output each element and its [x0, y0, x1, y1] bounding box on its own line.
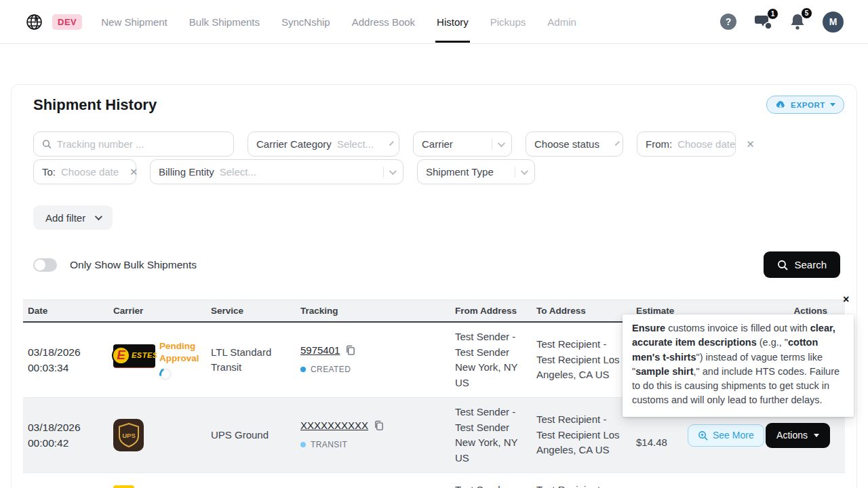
col-header-from-address: From Address — [450, 306, 532, 316]
nav-items: New Shipment Bulk Shipments SyncNship Ad… — [101, 16, 576, 28]
from-address: Test Sender - — [450, 483, 532, 488]
see-more-button[interactable]: See More — [688, 424, 764, 447]
nav-item-pickups[interactable]: Pickups — [490, 16, 526, 28]
tracking-number-input[interactable] — [33, 131, 234, 157]
carrier-logo — [113, 485, 134, 488]
copy-icon[interactable] — [374, 420, 384, 431]
nav-item-syncnship[interactable]: SyncNship — [281, 16, 330, 28]
nav-item-bulk-shipments[interactable]: Bulk Shipments — [189, 16, 260, 28]
billing-entity-select[interactable]: Billing Entity Select... — [150, 159, 403, 184]
shipment-service: LTL Standard Transit — [206, 345, 296, 375]
svg-text:?: ? — [726, 16, 732, 27]
tracking-number-link[interactable]: 5975401 — [300, 343, 340, 359]
carrier-cell: UPS — [108, 419, 206, 451]
help-icon[interactable]: ? — [719, 13, 737, 30]
bell-badge: 5 — [801, 7, 812, 19]
tracking-cell: 5975401 CREATED — [296, 343, 450, 378]
nav-right: ? 1 5 M — [719, 12, 844, 33]
globe-logo-icon[interactable] — [26, 14, 43, 30]
top-nav: DEV New Shipment Bulk Shipments SyncNshi… — [0, 0, 868, 44]
clear-from-date-icon[interactable]: ✕ — [746, 138, 755, 150]
filter-bar: Carrier Category Select... Carrier Choos… — [12, 114, 856, 184]
zoom-in-icon — [698, 430, 708, 441]
estes-carrier-logo: E ESTES — [113, 344, 155, 367]
dev-badge: DEV — [52, 14, 82, 30]
chat-icon[interactable]: 1 — [753, 13, 772, 30]
chevron-down-icon — [389, 141, 394, 146]
nav-item-history[interactable]: History — [437, 16, 469, 28]
col-header-date: Date — [23, 306, 108, 316]
nav-item-new-shipment[interactable]: New Shipment — [101, 16, 167, 28]
carrier-cell: E ESTES Pending Approval — [108, 340, 206, 380]
nav-item-address-book[interactable]: Address Book — [352, 16, 415, 28]
col-header-to-address: To Address — [532, 306, 631, 316]
col-header-tracking: Tracking — [296, 306, 450, 316]
loading-spinner-icon — [157, 366, 174, 382]
customs-advice-tooltip: Ensure customs invoice is filled out wit… — [623, 314, 854, 417]
svg-text:UPS: UPS — [122, 432, 136, 439]
clear-to-date-icon[interactable]: ✕ — [130, 166, 138, 178]
pending-approval-status: Pending Approval — [159, 340, 204, 365]
status-dot-created — [300, 367, 306, 372]
bell-icon[interactable]: 5 — [789, 12, 806, 31]
cloud-download-icon — [775, 100, 786, 109]
tracking-number-field[interactable] — [57, 138, 225, 150]
to-address: Test Recipient — [532, 483, 631, 488]
add-filter-button[interactable]: Add filter — [33, 205, 113, 230]
search-button[interactable]: Search — [764, 251, 840, 278]
chevron-down-icon — [615, 141, 620, 146]
status-dot-transit — [300, 442, 306, 447]
from-address: Test Sender - Test Sender New York, NY U… — [450, 329, 532, 390]
col-header-service: Service — [206, 306, 296, 316]
caret-down-icon — [814, 434, 819, 437]
table-row: Test Sender - Test Recipient — [23, 473, 845, 488]
to-date-picker[interactable]: To: Choose date ✕ — [33, 159, 136, 184]
tooltip-close-icon[interactable]: × — [843, 294, 849, 305]
carrier-category-select[interactable]: Carrier Category Select... — [248, 131, 399, 157]
page-title: Shipment History — [33, 96, 157, 114]
shipment-date: 03/18/2026 00:00:42 — [23, 420, 108, 451]
user-avatar[interactable]: M — [823, 12, 844, 33]
estimate-actions-cell: $14.48 See More Actions — [631, 420, 845, 451]
carrier-select[interactable]: Carrier — [413, 131, 512, 157]
chat-badge: 1 — [767, 8, 778, 20]
shipment-service: UPS Ground — [206, 428, 296, 443]
chevron-down-icon — [389, 167, 397, 174]
export-button[interactable]: EXPORT — [766, 96, 844, 114]
chevron-down-icon — [498, 139, 505, 146]
chevron-down-icon — [521, 167, 528, 174]
from-date-picker[interactable]: From: Choose date ✕ — [637, 131, 736, 157]
shipment-history-card: Shipment History EXPORT Carrier Category… — [11, 84, 857, 488]
actions-button[interactable]: Actions — [766, 423, 830, 448]
to-address: Test Recipient - Test Recipient Los Ange… — [532, 412, 631, 458]
chevron-down-icon — [95, 213, 102, 220]
caret-down-icon — [830, 103, 835, 106]
bulk-toggle-label: Only Show Bulk Shipments — [70, 259, 197, 271]
brand: DEV — [26, 14, 82, 30]
shipment-date: 03/18/2026 00:03:34 — [23, 344, 108, 375]
tracking-number-link[interactable]: XXXXXXXXXX — [300, 418, 368, 434]
copy-icon[interactable] — [345, 345, 355, 356]
carrier-cell — [108, 483, 206, 488]
tracking-status: TRANSIT — [300, 437, 441, 453]
status-select[interactable]: Choose status — [526, 131, 623, 157]
from-address: Test Sender - Test Sender New York, NY U… — [450, 405, 532, 466]
search-icon — [777, 260, 788, 270]
tracking-cell: XXXXXXXXXX TRANSIT — [296, 418, 450, 453]
bulk-shipments-toggle[interactable] — [33, 258, 57, 272]
col-header-carrier: Carrier — [108, 306, 206, 316]
search-icon — [42, 139, 52, 149]
to-address: Test Recipient - Test Recipient Los Ange… — [532, 337, 631, 383]
estimate-value: $14.48 — [636, 420, 678, 451]
tracking-status: CREATED — [300, 362, 441, 378]
ups-carrier-logo: UPS — [113, 419, 144, 451]
nav-item-admin[interactable]: Admin — [547, 16, 576, 28]
shipment-type-select[interactable]: Shipment Type — [417, 159, 535, 184]
